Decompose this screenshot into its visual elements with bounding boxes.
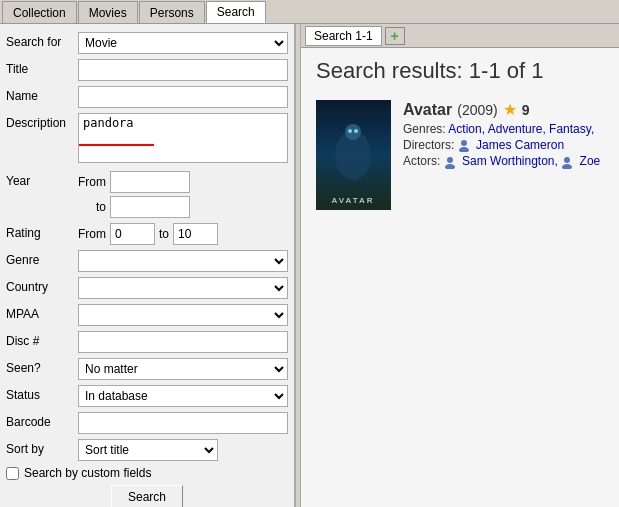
barcode-input[interactable] — [78, 412, 288, 434]
tab-persons[interactable]: Persons — [139, 1, 205, 23]
name-input[interactable] — [78, 86, 288, 108]
country-select[interactable] — [78, 277, 288, 299]
custom-fields-row: Search by custom fields — [6, 466, 288, 480]
genre-select[interactable] — [78, 250, 288, 272]
svg-point-7 — [459, 147, 469, 152]
barcode-label: Barcode — [6, 412, 78, 429]
name-label: Name — [6, 86, 78, 103]
seen-row: Seen? No matter Yes No — [6, 358, 288, 380]
results-header: Search results: 1-1 of 1 — [301, 48, 619, 92]
actor1-icon — [444, 156, 457, 169]
svg-point-6 — [461, 140, 467, 146]
svg-point-10 — [564, 157, 570, 163]
disc-row: Disc # — [6, 331, 288, 353]
genre-action[interactable]: Action, — [448, 122, 485, 136]
year-from-label: From — [78, 175, 106, 189]
svg-point-8 — [447, 157, 453, 163]
disc-label: Disc # — [6, 331, 78, 348]
custom-fields-label: Search by custom fields — [24, 466, 151, 480]
rating-row: Rating From 0 to 10 — [6, 223, 288, 245]
country-label: Country — [6, 277, 78, 294]
rating-to-label: to — [159, 227, 169, 241]
sort-by-row: Sort by Sort title Title Year Rating — [6, 439, 288, 461]
genre-fantasy[interactable]: Fantasy, — [549, 122, 594, 136]
results-panel: Search 1-1 + Search results: 1-1 of 1 — [301, 24, 619, 507]
rating-from-label: From — [78, 227, 106, 241]
description-row: Description pandora — [6, 113, 288, 166]
sort-by-label: Sort by — [6, 439, 78, 456]
main-layout: Search for Movie Title Name Description — [0, 24, 619, 507]
barcode-row: Barcode — [6, 412, 288, 434]
rating-label: Rating — [6, 223, 78, 240]
movie-poster: AVATAR — [316, 100, 391, 210]
year-to-label: to — [78, 200, 106, 214]
genre-label: Genre — [6, 250, 78, 267]
description-input[interactable]: pandora — [78, 113, 288, 163]
main-tab-bar: Collection Movies Persons Search — [0, 0, 619, 24]
director-icon — [458, 139, 471, 152]
rating-from-input[interactable]: 0 — [110, 223, 155, 245]
search-button[interactable]: Search — [111, 485, 183, 507]
status-select[interactable]: In database Not in database Any — [78, 385, 288, 407]
search-for-row: Search for Movie — [6, 32, 288, 54]
year-from-input[interactable] — [110, 171, 190, 193]
svg-point-11 — [562, 164, 572, 169]
actor1-name[interactable]: Sam Worthington, — [462, 154, 558, 168]
seen-select[interactable]: No matter Yes No — [78, 358, 288, 380]
svg-point-4 — [354, 129, 358, 133]
actors-label: Actors: — [403, 154, 440, 168]
search-for-label: Search for — [6, 32, 78, 49]
search-for-select[interactable]: Movie — [78, 32, 288, 54]
rating-to-input[interactable]: 10 — [173, 223, 218, 245]
search-for-control: Movie — [78, 32, 288, 54]
director-name[interactable]: James Cameron — [476, 138, 564, 152]
disc-input[interactable] — [78, 331, 288, 353]
title-label: Title — [6, 59, 78, 76]
tab-search[interactable]: Search — [206, 1, 266, 23]
seen-label: Seen? — [6, 358, 78, 375]
svg-point-2 — [345, 124, 361, 140]
actor2-icon — [561, 156, 574, 169]
name-row: Name — [6, 86, 288, 108]
actors-line: Actors: Sam Worthington, Zoe — [403, 154, 604, 168]
results-tab[interactable]: Search 1-1 — [305, 26, 382, 46]
genres-line: Genres: Action, Adventure, Fantasy, — [403, 122, 604, 136]
year-row: Year From to — [6, 171, 288, 218]
movie-card: AVATAR Avatar (2009) ★ 9 Genres: Action,… — [301, 92, 619, 218]
description-label: Description — [6, 113, 78, 130]
title-row: Title — [6, 59, 288, 81]
movie-info: Avatar (2009) ★ 9 Genres: Action, Advent… — [403, 100, 604, 210]
movie-title: Avatar — [403, 101, 452, 119]
svg-point-9 — [445, 164, 455, 169]
mpaa-row: MPAA — [6, 304, 288, 326]
tab-collection[interactable]: Collection — [2, 1, 77, 23]
results-tab-bar: Search 1-1 + — [301, 24, 619, 48]
button-row: Search — [6, 485, 288, 507]
title-input[interactable] — [78, 59, 288, 81]
directors-line: Directors: James Cameron — [403, 138, 604, 152]
star-icon: ★ — [503, 100, 517, 119]
svg-point-3 — [348, 129, 352, 133]
tab-movies[interactable]: Movies — [78, 1, 138, 23]
genres-label: Genres: — [403, 122, 446, 136]
genre-adventure[interactable]: Adventure, — [488, 122, 546, 136]
sort-by-select[interactable]: Sort title Title Year Rating — [78, 439, 218, 461]
movie-title-line: Avatar (2009) ★ 9 — [403, 100, 604, 119]
add-tab-button[interactable]: + — [385, 27, 405, 45]
custom-fields-checkbox[interactable] — [6, 467, 19, 480]
mpaa-select[interactable] — [78, 304, 288, 326]
year-from-row: From — [78, 171, 288, 193]
search-form-panel: Search for Movie Title Name Description — [0, 24, 295, 507]
actor2-name[interactable]: Zoe — [580, 154, 601, 168]
mpaa-label: MPAA — [6, 304, 78, 321]
year-to-input[interactable] — [110, 196, 190, 218]
movie-rating: 9 — [522, 102, 530, 118]
status-label: Status — [6, 385, 78, 402]
year-label: Year — [6, 171, 78, 188]
genre-row: Genre — [6, 250, 288, 272]
svg-text:AVATAR: AVATAR — [332, 196, 375, 205]
movie-year: (2009) — [457, 102, 497, 118]
directors-label: Directors: — [403, 138, 454, 152]
year-to-row: to — [78, 196, 288, 218]
description-underline — [79, 144, 154, 146]
